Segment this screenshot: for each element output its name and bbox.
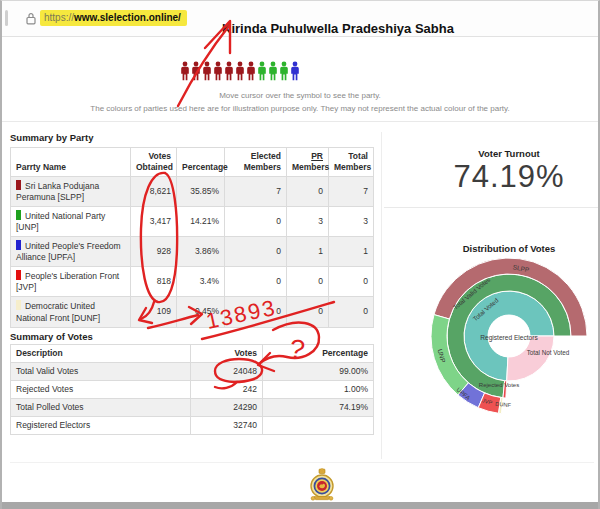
elected-members-cell: 0 [225, 297, 287, 327]
party-name-cell: Sri Lanka Podujana Peramuna [SLPP] [11, 177, 131, 207]
member-icon-UNP[interactable] [279, 58, 289, 84]
party-color-swatch [16, 180, 21, 190]
vote-summary-row: Registered Electors 32740 [11, 417, 374, 435]
elected-members-cell: 0 [225, 237, 287, 267]
chart-label-total-not-voted: Total Not Voted [527, 349, 570, 356]
column-header: Votes Obtained [131, 148, 177, 177]
window-bottom-border [2, 502, 598, 509]
elected-members-cell: 0 [225, 207, 287, 237]
member-icon-UPFA[interactable] [290, 58, 300, 84]
member-icon-SLPP[interactable] [235, 58, 245, 84]
sri-lanka-emblem-icon [308, 468, 336, 506]
member-icon-SLPP[interactable] [224, 58, 234, 84]
party-members-row [2, 58, 478, 84]
browser-window: https://www.slelection.online/ Kirinda P… [0, 0, 600, 509]
column-header: Votes [191, 345, 263, 363]
column-header: Total Members [329, 148, 374, 177]
page-title: Kirinda Puhulwella Pradeshiya Sabha [74, 21, 600, 36]
party-name-cell: Democratic United National Front [DUNF] [11, 297, 131, 327]
divider [10, 462, 594, 463]
percentage-cell: 0.45% [177, 297, 225, 327]
pr-members-cell: 1 [287, 237, 329, 267]
party-color-swatch [16, 300, 21, 310]
description-cell: Registered Electors [11, 417, 191, 435]
party-color-swatch [16, 240, 21, 250]
votes-cell: 8,621 [131, 177, 177, 207]
member-icon-SLPP[interactable] [246, 58, 256, 84]
percentage-cell: 3.86% [177, 237, 225, 267]
member-icon-SLPP[interactable] [180, 58, 190, 84]
pr-members-cell: 0 [287, 177, 329, 207]
total-members-cell: 0 [329, 267, 374, 297]
total-members-cell: 7 [329, 177, 374, 207]
voter-turnout-value: 74.19% [412, 159, 600, 195]
padlock-icon [26, 11, 36, 29]
votes-cell: 818 [131, 267, 177, 297]
votes-cell: 24290 [191, 399, 263, 417]
percentage-cell: 74.19% [263, 399, 374, 417]
party-summary-table: Parrty NameVotes ObtainedPercentageElect… [10, 147, 374, 328]
column-header: Description [11, 345, 191, 363]
percentage-cell: 35.85% [177, 177, 225, 207]
party-row: United National Party [UNP] 3,417 14.21%… [11, 207, 374, 237]
colour-disclaimer-caption: The colours of parties used here are for… [2, 104, 598, 113]
chart-label-rejected-votes: Rejected Votes [479, 382, 519, 388]
votes-cell: 24048 [191, 363, 263, 381]
votes-cell: 3,417 [131, 207, 177, 237]
party-row: Sri Lanka Podujana Peramuna [SLPP] 8,621… [11, 177, 374, 207]
party-row: United People's Freedom Alliance [UPFA] … [11, 237, 374, 267]
member-icon-UNP[interactable] [268, 58, 278, 84]
percentage-cell: 99.00% [263, 363, 374, 381]
pr-members-cell: 0 [287, 267, 329, 297]
summary-by-party-heading: Summary by Party [10, 132, 93, 143]
total-members-cell: 0 [329, 297, 374, 327]
percentage-cell: 3.4% [177, 267, 225, 297]
table-header-row: DescriptionVotesPercentage [11, 345, 374, 363]
column-header: Elected Members [225, 148, 287, 177]
member-icon-SLPP[interactable] [202, 58, 212, 84]
description-cell: Total Polled Votes [11, 399, 191, 417]
total-members-cell: 3 [329, 207, 374, 237]
column-header: Percentage [263, 345, 374, 363]
percentage-cell: 1.00% [263, 381, 374, 399]
percentage-cell: 14.21% [177, 207, 225, 237]
column-header: Percentage [177, 148, 225, 177]
elected-members-cell: 0 [225, 267, 287, 297]
bar-edge-decoration [5, 10, 8, 26]
total-members-cell: 1 [329, 237, 374, 267]
party-row: Democratic United National Front [DUNF] … [11, 297, 374, 327]
party-row: People's Liberation Front [JVP] 818 3.4%… [11, 267, 374, 297]
votes-cell: 109 [131, 297, 177, 327]
table-header-row: Parrty NameVotes ObtainedPercentageElect… [11, 148, 374, 177]
party-name-cell: United National Party [UNP] [11, 207, 131, 237]
description-cell: Total Valid Votes [11, 363, 191, 381]
url-scheme: https:// [44, 12, 74, 23]
pr-members-cell: 0 [287, 297, 329, 327]
votes-cell: 928 [131, 237, 177, 267]
column-header: PR Members [287, 148, 329, 177]
summary-of-votes-heading: Summary of Votes [10, 331, 93, 342]
percentage-cell [263, 417, 374, 435]
member-icon-SLPP[interactable] [191, 58, 201, 84]
party-color-swatch [16, 270, 21, 280]
voter-turnout-heading: Voter Turnout [412, 148, 600, 159]
votes-sunburst-chart: SLPPTotal Valid VotesTotal VotedRegister… [422, 251, 597, 426]
party-color-swatch [16, 210, 21, 220]
member-icon-SLPP[interactable] [213, 58, 223, 84]
hover-hint-caption: Move cursor over the symbol to see the p… [2, 91, 598, 100]
vote-summary-table: DescriptionVotesPercentage Total Valid V… [10, 344, 374, 435]
column-header: Parrty Name [11, 148, 131, 177]
divider [2, 121, 600, 122]
party-name-cell: United People's Freedom Alliance [UPFA] [11, 237, 131, 267]
vote-summary-row: Total Polled Votes 24290 74.19% [11, 399, 374, 417]
divider [384, 207, 598, 208]
vote-summary-row: Total Valid Votes 24048 99.00% [11, 363, 374, 381]
votes-cell: 32740 [191, 417, 263, 435]
party-name-cell: People's Liberation Front [JVP] [11, 267, 131, 297]
elected-members-cell: 7 [225, 177, 287, 207]
votes-cell: 242 [191, 381, 263, 399]
chart-label-registered-electors: Registered Electors [480, 334, 538, 342]
column-divider [381, 132, 382, 459]
pr-members-cell: 3 [287, 207, 329, 237]
member-icon-UNP[interactable] [257, 58, 267, 84]
